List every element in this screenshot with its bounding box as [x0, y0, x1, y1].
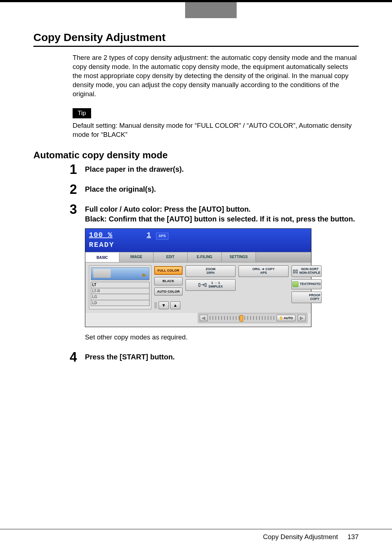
simplex-button[interactable]: ▯➝▯ 1 → 1 SIMPLEX [185, 279, 236, 291]
footer-page-number: 137 [347, 533, 359, 541]
text-photo-button[interactable]: TEXT/PHOTO [291, 279, 322, 289]
auto-color-button[interactable]: AUTO COLOR [154, 288, 183, 296]
intro-paragraph: There are 2 types of copy density adjust… [73, 53, 359, 99]
top-header-strip [0, 2, 392, 18]
sort-button[interactable]: ▯▯ NON-SORT NON-STAPLE [291, 265, 322, 277]
title-rule [33, 46, 359, 47]
scroll-down-button[interactable]: ▼ [159, 301, 169, 309]
scroll-up-button[interactable]: ▲ [170, 301, 180, 309]
step-3-text-line1: Full color / Auto color: Press the [AUTO… [85, 205, 251, 213]
black-button[interactable]: BLACK [154, 277, 183, 285]
auto-density-label: AUTO [284, 316, 293, 320]
simplex-button-label: 1 → 1 SIMPLEX [208, 281, 223, 289]
panel-status-bar: 100 % 1 APS READY [85, 229, 311, 252]
step-number: 3 [70, 201, 77, 219]
density-slider[interactable] [210, 316, 274, 320]
proof-copy-label: PROOF COPY [309, 294, 320, 301]
tray-row[interactable]: LD [91, 300, 150, 306]
printer-illustration-icon [91, 267, 150, 280]
step-4-text: Press the [START] button. [85, 353, 175, 361]
ready-label: READY [89, 240, 307, 250]
auto-density-button[interactable]: ✋ AUTO [277, 315, 295, 321]
zoom-button-label: ZOOM 100% [206, 268, 216, 275]
page-title: Copy Density Adjustment [33, 31, 359, 44]
tray-row[interactable]: LT [91, 282, 150, 288]
density-right-button[interactable]: ▷ [298, 315, 306, 321]
step-4: 4 Press the [START] button. [70, 352, 359, 362]
grip-icon [154, 302, 157, 308]
tip-badge: Tip [73, 108, 91, 118]
sort-icon: ▯▯ [293, 269, 298, 274]
header-page-tab-icon [185, 2, 237, 18]
copy-count-readout: 1 [147, 230, 151, 240]
section-heading: Automatic copy density mode [33, 150, 359, 161]
pages-icon: ▯➝▯ [198, 282, 207, 287]
step-3: 3 Full color / Auto color: Press the [AU… [70, 204, 359, 342]
step-number: 1 [70, 161, 77, 179]
tip-text: Default setting: Manual density mode for… [73, 121, 359, 139]
tab-basic[interactable]: BASIC [85, 252, 119, 262]
orig-copy-label: ORG. ➔ COPY APS [252, 268, 275, 275]
step-2: 2 Place the original(s). [70, 184, 359, 194]
step-number: 2 [70, 181, 77, 199]
density-slider-row: ◁ ✋ AUTO ▷ [198, 313, 307, 323]
step-1: 1 Place paper in the drawer(s). [70, 164, 359, 174]
sort-label: NON-SORT NON-STAPLE [299, 268, 320, 275]
zoom-readout: 100 % [89, 230, 113, 240]
orig-copy-button[interactable]: ORG. ➔ COPY APS [238, 265, 289, 277]
page-footer: Copy Density Adjustment 137 [0, 529, 392, 554]
zoom-button[interactable]: ZOOM 100% [185, 265, 236, 277]
full-color-button[interactable]: FULL COLOR [154, 266, 183, 275]
density-left-button[interactable]: ◁ [200, 315, 208, 321]
hand-icon: ✋ [279, 316, 283, 320]
tab-image[interactable]: IMAGE [119, 252, 154, 262]
step-3-text-line2: Black: Confirm that the [AUTO] button is… [85, 215, 355, 223]
textphoto-icon [293, 281, 298, 287]
step-3-note: Set other copy modes as required. [85, 333, 359, 342]
step-2-text: Place the original(s). [85, 185, 156, 193]
tab-efiling[interactable]: E-FILING [188, 252, 222, 262]
tab-spacer [256, 252, 311, 262]
tab-settings[interactable]: SETTINGS [222, 252, 256, 262]
printer-tray-column: LT LT-R LG LD [89, 265, 151, 309]
text-photo-label: TEXT/PHOTO [300, 282, 320, 286]
step-1-text: Place paper in the drawer(s). [85, 165, 184, 173]
aps-chip: APS [156, 233, 168, 240]
tray-row[interactable]: LG [91, 294, 150, 300]
tray-row[interactable]: LT-R [91, 288, 150, 294]
copier-touch-panel: 100 % 1 APS READY BASIC IMAGE EDIT E-FIL… [85, 228, 311, 327]
tab-edit[interactable]: EDIT [154, 252, 188, 262]
proof-copy-button[interactable]: PROOF COPY [291, 292, 322, 303]
tray-table: LT LT-R LG LD [91, 282, 150, 306]
footer-title: Copy Density Adjustment [263, 533, 338, 541]
step-number: 4 [70, 349, 77, 366]
panel-tabs: BASIC IMAGE EDIT E-FILING SETTINGS [85, 252, 311, 263]
